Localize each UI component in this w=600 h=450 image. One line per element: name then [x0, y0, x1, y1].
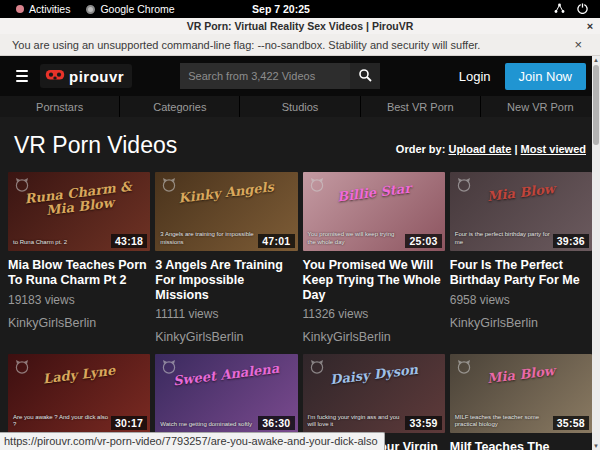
clock[interactable]: Sep 7 20:25	[238, 3, 324, 15]
video-title-link[interactable]: Milf Teaches The Teacher Some Practical …	[450, 440, 592, 450]
activities-label: Activities	[29, 3, 70, 15]
duration-badge: 36:30	[258, 416, 294, 430]
order-by: Order by: Upload date | Most viewed	[396, 143, 586, 159]
thumbnail-caption: You promised we will keep trying the who…	[308, 231, 405, 247]
chrome-infobar: You are using an unsupported command-lin…	[0, 34, 600, 56]
video-card[interactable]: Runa Charm & Mia Blow to Runa Charm pt. …	[8, 172, 150, 344]
studio-link[interactable]: KinkyGirlsBerlin	[450, 316, 592, 330]
studio-link[interactable]: KinkyGirlsBerlin	[155, 330, 297, 344]
login-link[interactable]: Login	[459, 69, 491, 84]
hamburger-menu-icon[interactable]	[14, 68, 30, 84]
video-card[interactable]: Billie Star You promised we will keep tr…	[303, 172, 445, 344]
search-icon	[358, 68, 372, 85]
video-title-link[interactable]: You Promised We Will Keep Trying The Who…	[303, 258, 445, 302]
window-titlebar: VR Porn: Virtual Reality Sex Videos | Pi…	[0, 18, 600, 34]
infobar-message: You are using an unsupported command-lin…	[12, 39, 568, 51]
duration-badge: 35:58	[553, 416, 589, 430]
video-thumbnail[interactable]: Kinky Angels 3 Angels are training for i…	[155, 172, 297, 251]
studio-cat-logo-icon	[456, 359, 472, 375]
studio-cat-logo-icon	[456, 177, 472, 193]
window-title: VR Porn: Virtual Reality Sex Videos | Pi…	[20, 20, 580, 32]
studio-cat-logo-icon	[14, 359, 30, 375]
menu-item-best-vr-porn[interactable]: Best VR Porn	[360, 96, 480, 117]
order-by-label: Order by:	[396, 143, 446, 155]
scroll-down-icon[interactable]: ▼	[593, 442, 599, 450]
video-thumbnail[interactable]: Mia Blow MILF teaches the teacher some p…	[450, 354, 592, 433]
studio-cat-logo-icon	[309, 177, 325, 193]
order-most-viewed-link[interactable]: Most viewed	[521, 143, 586, 155]
thumbnail-caption: I'm fucking your virgin ass and you will…	[308, 414, 405, 430]
menu-item-categories[interactable]: Categories	[119, 96, 239, 117]
page-title: VR Porn Videos	[14, 132, 177, 159]
network-icon[interactable]	[554, 3, 565, 16]
video-thumbnail[interactable]: Daisy Dyson I'm fucking your virgin ass …	[303, 354, 445, 433]
studio-link[interactable]: KinkyGirlsBerlin	[8, 316, 150, 330]
video-views: 11111 views	[155, 307, 297, 321]
video-thumbnail[interactable]: Billie Star You promised we will keep tr…	[303, 172, 445, 251]
duration-badge: 25:03	[405, 234, 441, 248]
thumbnail-caption: 3 Angels are training for impossible mis…	[160, 231, 257, 247]
thumbnail-caption: to Runa Charm pt. 2	[13, 239, 67, 247]
scroll-up-icon[interactable]: ▲	[593, 56, 599, 64]
search-input[interactable]	[180, 63, 350, 89]
thumbnail-caption: Watch me getting dominated softly	[160, 421, 252, 429]
video-views: 11326 views	[303, 307, 445, 321]
menu-item-studios[interactable]: Studios	[239, 96, 359, 117]
site-logo[interactable]: pirouvr	[40, 64, 132, 88]
thumbnail-caption: Are you awake ? And your dick also ?	[13, 414, 110, 430]
video-views: 6958 views	[450, 293, 592, 307]
order-upload-date-link[interactable]: Upload date	[448, 143, 511, 155]
app-menu-chrome[interactable]: Google Chrome	[78, 3, 182, 15]
chrome-icon	[86, 5, 95, 14]
main-menu: PornstarsCategoriesStudiosBest VR PornNe…	[0, 96, 600, 117]
video-views: 19183 views	[8, 293, 150, 307]
duration-badge: 33:59	[405, 416, 441, 430]
video-card[interactable]: Kinky Angels 3 Angels are training for i…	[155, 172, 297, 344]
menu-item-pornstars[interactable]: Pornstars	[0, 96, 119, 117]
site-logo-text: pirouvr	[69, 68, 124, 85]
video-thumbnail[interactable]: Runa Charm & Mia Blow to Runa Charm pt. …	[8, 172, 150, 251]
studio-cat-logo-icon	[161, 177, 177, 193]
studio-cat-logo-icon	[309, 359, 325, 375]
activities-button[interactable]: Activities	[8, 3, 78, 15]
vr-goggles-icon	[45, 67, 65, 85]
video-grid: Runa Charm & Mia Blow to Runa Charm pt. …	[0, 172, 600, 450]
video-thumbnail[interactable]: Mia Blow Four is the perfect birthday pa…	[450, 172, 592, 251]
video-title-link[interactable]: 3 Angels Are Training For Impossible Mis…	[155, 258, 297, 302]
duration-badge: 43:18	[111, 234, 147, 248]
video-thumbnail[interactable]: Lady Lyne Are you awake ? And your dick …	[8, 354, 150, 433]
studio-link[interactable]: KinkyGirlsBerlin	[303, 330, 445, 344]
window-close-icon[interactable]: ×	[580, 20, 600, 32]
duration-badge: 30:17	[111, 416, 147, 430]
thumbnail-caption: Four is the perfect birthday party for m…	[455, 231, 552, 247]
thumbnail-caption: MILF teaches the teacher some practical …	[455, 414, 552, 430]
app-menu-label: Google Chrome	[100, 3, 174, 15]
power-icon[interactable]	[577, 3, 588, 16]
infobar-close-icon[interactable]: ×	[568, 37, 588, 52]
video-title-link[interactable]: Four Is The Perfect Birthday Party For M…	[450, 258, 592, 288]
system-panel: Activities Google Chrome Sep 7 20:25	[0, 0, 600, 18]
join-now-button[interactable]: Join Now	[505, 63, 586, 90]
duration-badge: 47:01	[258, 234, 294, 248]
menu-item-new-vr-porn[interactable]: New VR Porn	[480, 96, 600, 117]
site-navbar: pirouvr Login Join Now	[0, 56, 600, 96]
scrollbar[interactable]: ▲ ▼	[592, 56, 600, 450]
video-card[interactable]: Mia Blow Four is the perfect birthday pa…	[450, 172, 592, 344]
status-url-tooltip: https://pirouvr.com/vr-porn-video/779325…	[0, 432, 385, 450]
video-title-link[interactable]: Mia Blow Teaches Porn To Runa Charm Pt 2	[8, 258, 150, 288]
duration-badge: 39:36	[553, 234, 589, 248]
search-button[interactable]	[350, 63, 380, 89]
scrollbar-thumb[interactable]	[593, 65, 599, 145]
video-thumbnail[interactable]: Sweet Analena Watch me getting dominated…	[155, 354, 297, 433]
video-card[interactable]: Mia Blow MILF teaches the teacher some p…	[450, 354, 592, 450]
activities-indicator-icon	[16, 5, 24, 13]
